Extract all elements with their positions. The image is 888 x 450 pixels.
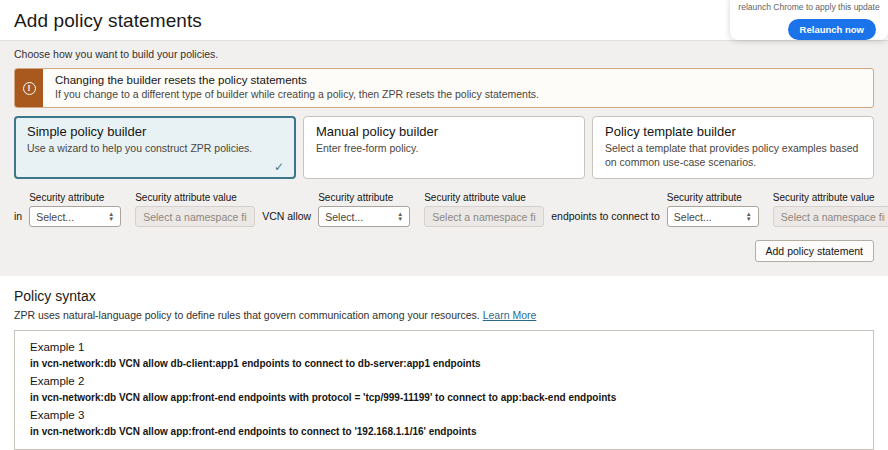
chrome-update-message: relaunch Chrome to apply this update bbox=[730, 2, 888, 12]
policy-syntax-description: ZPR uses natural-language policy to defi… bbox=[14, 309, 874, 321]
select-value: Select... bbox=[36, 211, 74, 223]
security-attribute-value-label: Security attribute value bbox=[773, 192, 888, 203]
statement-builder-row: in Security attribute Select... ▲▼ Secur… bbox=[14, 192, 874, 227]
example-label: Example 3 bbox=[30, 409, 858, 421]
selected-check-icon: ✓ bbox=[274, 160, 284, 174]
builder-cards-row: Simple policy builder Use a wizard to he… bbox=[14, 116, 874, 179]
add-policy-statement-button[interactable]: Add policy statement bbox=[755, 240, 874, 262]
card-description: Use a wizard to help you construct ZPR p… bbox=[27, 142, 283, 156]
warning-icon-cell: ! bbox=[15, 69, 43, 107]
security-attribute-value-input-2[interactable] bbox=[424, 206, 544, 227]
builder-panel: Choose how you want to build your polici… bbox=[0, 40, 888, 276]
statement-connector-vcn-allow: VCN allow bbox=[262, 210, 311, 227]
card-description: Enter free-form policy. bbox=[316, 142, 572, 156]
chrome-update-popup: relaunch Chrome to apply this update Rel… bbox=[730, 0, 888, 40]
security-attribute-value-label: Security attribute value bbox=[135, 192, 255, 203]
select-value: Select... bbox=[674, 211, 712, 223]
security-attribute-value-group-2: Security attribute value bbox=[424, 192, 544, 227]
stepper-icon: ▲▼ bbox=[108, 212, 114, 221]
policy-syntax-title: Policy syntax bbox=[14, 288, 874, 304]
card-simple-policy-builder[interactable]: Simple policy builder Use a wizard to he… bbox=[14, 116, 296, 179]
statement-prefix: in bbox=[14, 210, 22, 227]
security-attribute-value-group-1: Security attribute value bbox=[135, 192, 255, 227]
security-attribute-group-2: Security attribute Select... ▲▼ bbox=[318, 192, 410, 227]
policy-syntax-description-text: ZPR uses natural-language policy to defi… bbox=[14, 309, 480, 321]
security-attribute-select-1[interactable]: Select... ▲▼ bbox=[29, 206, 121, 227]
security-attribute-label: Security attribute bbox=[29, 192, 121, 203]
stepper-icon: ▲▼ bbox=[397, 212, 403, 221]
warning-banner: ! Changing the builder resets the policy… bbox=[14, 68, 874, 108]
warning-description: If you change to a different type of bui… bbox=[55, 88, 539, 100]
card-title: Policy template builder bbox=[605, 124, 861, 139]
security-attribute-group-3: Security attribute Select... ▲▼ bbox=[667, 192, 759, 227]
example-label: Example 2 bbox=[30, 375, 858, 387]
card-title: Manual policy builder bbox=[316, 124, 572, 139]
builder-hint: Choose how you want to build your polici… bbox=[14, 48, 874, 60]
relaunch-now-button[interactable]: Relaunch now bbox=[788, 19, 876, 40]
security-attribute-label: Security attribute bbox=[318, 192, 410, 203]
card-description: Select a template that provides policy e… bbox=[605, 142, 861, 169]
policy-syntax-section: Policy syntax ZPR uses natural-language … bbox=[0, 276, 888, 450]
card-manual-policy-builder[interactable]: Manual policy builder Enter free-form po… bbox=[303, 116, 585, 179]
warning-title: Changing the builder resets the policy s… bbox=[55, 74, 539, 86]
security-attribute-value-label: Security attribute value bbox=[424, 192, 544, 203]
card-policy-template-builder[interactable]: Policy template builder Select a templat… bbox=[592, 116, 874, 179]
example-code: in vcn-network:db VCN allow db-client:ap… bbox=[30, 358, 858, 369]
select-value: Select... bbox=[325, 211, 363, 223]
card-title: Simple policy builder bbox=[27, 124, 283, 139]
example-code: in vcn-network:db VCN allow app:front-en… bbox=[30, 392, 858, 403]
learn-more-link[interactable]: Learn More bbox=[483, 309, 537, 321]
example-label: Example 1 bbox=[30, 341, 858, 353]
stepper-icon: ▲▼ bbox=[746, 212, 752, 221]
example-code: in vcn-network:db VCN allow app:front-en… bbox=[30, 426, 858, 437]
security-attribute-select-3[interactable]: Select... ▲▼ bbox=[667, 206, 759, 227]
security-attribute-value-input-1[interactable] bbox=[135, 206, 255, 227]
security-attribute-select-2[interactable]: Select... ▲▼ bbox=[318, 206, 410, 227]
security-attribute-value-group-3: Security attribute value bbox=[773, 192, 888, 227]
policy-examples-box: Example 1 in vcn-network:db VCN allow db… bbox=[14, 330, 874, 450]
security-attribute-value-input-3[interactable] bbox=[773, 206, 888, 227]
statement-connector-endpoints-to-connect: endpoints to connect to bbox=[551, 210, 660, 227]
warning-icon: ! bbox=[23, 82, 36, 95]
security-attribute-group-1: Security attribute Select... ▲▼ bbox=[29, 192, 121, 227]
security-attribute-label: Security attribute bbox=[667, 192, 759, 203]
